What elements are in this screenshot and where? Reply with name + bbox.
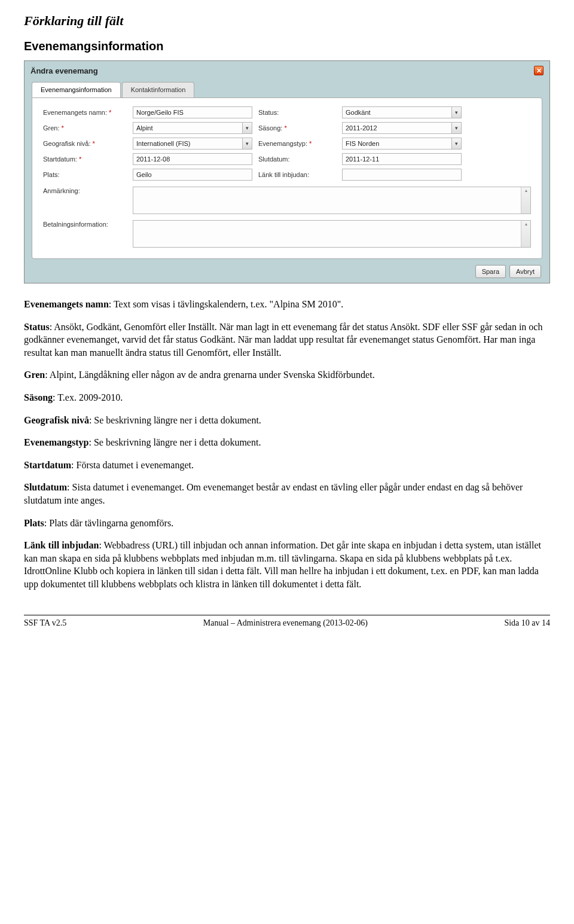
select-gren[interactable] [133,122,242,134]
label-start: Startdatum: * [43,155,127,164]
term-geo: Geografisk nivå [24,415,89,425]
modal-andra-evenemang: Ändra evenemang ✕ Evenemangsinformation … [24,60,550,283]
footer-left: SSF TA v2.5 [24,618,66,629]
term-name: Evenemangets namn [24,299,109,309]
chevron-down-icon[interactable]: ▾ [451,106,462,118]
modal-title: Ändra evenemang [30,66,98,77]
term-link: Länk till inbjudan [24,540,99,550]
input-end[interactable] [342,153,462,165]
select-geo[interactable] [133,138,242,150]
select-etype[interactable] [342,138,451,150]
label-season: Säsong: * [258,124,336,133]
textarea-payinfo[interactable] [133,220,531,248]
tab-kontaktinformation[interactable]: Kontaktinformation [122,82,195,97]
footer-right: Sida 10 av 14 [504,618,550,629]
cancel-button[interactable]: Avbryt [509,265,541,278]
save-button[interactable]: Spara [475,265,506,278]
label-link: Länk till inbjudan: [258,170,336,179]
input-name[interactable] [133,106,252,118]
term-end: Slutdatum [24,482,67,492]
label-status: Status: [258,108,336,117]
body-text: Evenemangets namn: Text som visas i tävl… [24,298,550,591]
scrollbar[interactable] [521,187,530,214]
term-start: Startdatum [24,460,71,470]
label-end: Slutdatum: [258,155,336,164]
heading-forklaring: Förklaring till fält [24,12,550,30]
term-status: Status [24,322,50,332]
select-status[interactable] [342,106,451,118]
label-etype: Evenemangstyp: * [258,139,336,148]
footer-center: Manual – Administrera evenemang (2013-02… [203,618,368,629]
chevron-down-icon[interactable]: ▾ [242,122,252,134]
label-name: Evenemangets namn: * [43,108,127,117]
label-note: Anmärkning: [43,187,127,196]
label-gren: Gren: * [43,124,127,133]
tab-evenemangsinformation[interactable]: Evenemangsinformation [32,82,121,97]
term-season: Säsong [24,392,53,402]
input-start[interactable] [133,153,252,165]
input-place[interactable] [133,169,252,181]
textarea-note[interactable] [133,187,531,214]
label-place: Plats: [43,170,127,179]
select-season[interactable] [342,122,451,134]
term-place: Plats [24,518,44,528]
term-etype: Evenemangstyp [24,437,88,447]
chevron-down-icon[interactable]: ▾ [451,138,462,150]
form-panel: Evenemangets namn: * Status: ▾ Gren: * ▾… [32,97,542,259]
page-footer: SSF TA v2.5 Manual – Administrera evenem… [24,615,550,629]
label-geo: Geografisk nivå: * [43,139,127,148]
close-icon[interactable]: ✕ [534,66,544,75]
label-payinfo: Betalningsinformation: [43,220,127,229]
heading-evenemangsinformation: Evenemangsinformation [24,38,550,54]
chevron-down-icon[interactable]: ▾ [242,138,252,150]
input-link[interactable] [342,169,462,181]
term-gren: Gren [24,370,45,380]
chevron-down-icon[interactable]: ▾ [451,122,462,134]
scrollbar[interactable] [521,221,530,247]
